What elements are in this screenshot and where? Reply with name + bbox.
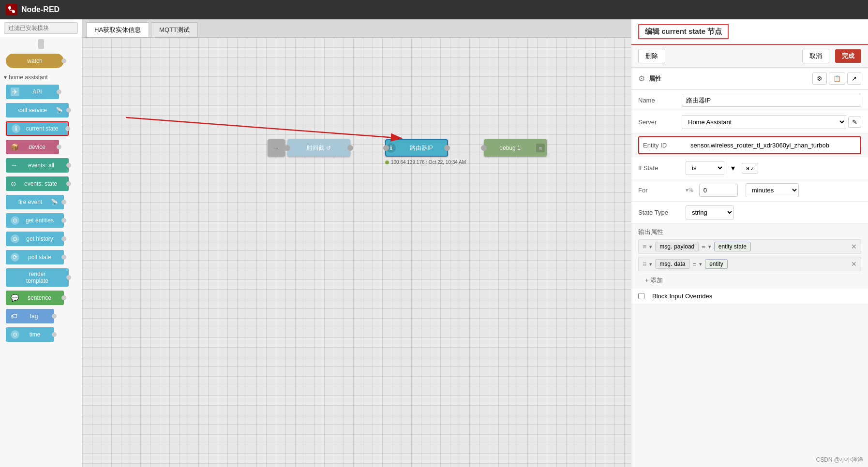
tab-mqtt[interactable]: MQTT测试 (151, 22, 198, 37)
for-unit-select[interactable]: minutes (746, 183, 799, 197)
props-icon-btn-2[interactable]: 📋 (829, 73, 845, 85)
call-service-icon: 📡 (56, 107, 63, 114)
props-icon-btn-1[interactable]: ⚙ (812, 73, 827, 85)
sidebar-filter-container (0, 19, 82, 37)
topbar-logo: Node-RED (6, 4, 60, 15)
right-panel: 编辑 current state 节点 删除 取消 完成 ⚙ 属性 ⚙ 📋 ↗ … (631, 19, 868, 467)
drag-handle-1[interactable]: ≡ (643, 243, 646, 250)
entity-id-label: Entity ID (643, 142, 687, 149)
sidebar-item-fire-event[interactable]: fire event 📡 (6, 195, 64, 209)
block-input-row: Block Input Overrides (631, 289, 868, 304)
if-state-az: a z (742, 163, 758, 174)
inject-arrow: → (271, 143, 281, 153)
get-history-port-right (61, 236, 66, 241)
time-icon: ⊙ (11, 330, 19, 339)
sidebar-item-api[interactable]: ✈ API (6, 85, 59, 99)
name-input[interactable] (682, 94, 861, 107)
status-dot (385, 161, 389, 164)
sidebar-item-get-history[interactable]: ⊙ get history (6, 232, 64, 246)
device-icon: 📦 (11, 143, 19, 151)
flow-node-router[interactable]: ℹ 路由器IP (385, 139, 448, 157)
for-input[interactable] (699, 184, 738, 197)
debug-label: debug 1 (484, 145, 536, 151)
sidebar-item-call-service[interactable]: call service 📡 (6, 103, 69, 117)
dropdown-arrow-value-1[interactable]: ▾ (708, 244, 711, 250)
sidebar-item-events-all[interactable]: → events: all (6, 158, 69, 173)
entity-chip[interactable]: entity (705, 259, 728, 269)
entity-state-value: entity state (718, 243, 747, 250)
sidebar-item-poll-state[interactable]: ⟳ poll state (6, 250, 64, 264)
props-icon-btn-3[interactable]: ↗ (847, 73, 861, 85)
api-label: API (19, 88, 55, 95)
status-text: 100.64.139.176 : Oct 22, 10:34 AM (391, 160, 466, 165)
canvas[interactable]: → 时间截 ↺ ℹ 路由器IP debug 1 ≡ (82, 38, 631, 467)
remove-row-2[interactable]: ✕ (851, 260, 857, 268)
sidebar-item-get-entities[interactable]: ⊙ get entities (6, 213, 64, 228)
payload-value: payload (674, 243, 694, 250)
poll-state-icon: ⟳ (11, 253, 19, 262)
section-chevron: ▾ (4, 74, 7, 81)
timestamp-label: 时间截 ↺ (287, 144, 350, 152)
dropdown-arrow-value-2[interactable]: ▾ (699, 261, 702, 267)
props-section-header: ⚙ 属性 ⚙ 📋 ↗ (631, 68, 868, 90)
add-button[interactable]: + 添加 (638, 274, 670, 287)
output-row-2: ≡ ▾ msg. data = ▾ entity ✕ (638, 257, 861, 271)
server-select[interactable]: Home Assistant (682, 115, 846, 129)
block-input-label: Block Input Overrides (652, 292, 712, 300)
call-service-port-right (66, 108, 71, 113)
cancel-button[interactable]: 取消 (802, 49, 829, 63)
sidebar-item-tag[interactable]: 🏷 tag (6, 309, 54, 323)
data-prefix: msg. (659, 261, 672, 267)
dropdown-arrow-1[interactable]: ▾ (649, 244, 652, 250)
if-state-row: If State is ▾ a z (631, 157, 868, 179)
sidebar-item-time[interactable]: ⊙ time (6, 327, 54, 342)
get-entities-port-right (61, 218, 66, 223)
sidebar-item-sentence[interactable]: 💬 sentence (6, 291, 64, 305)
sidebar-item-current-state[interactable]: ℹ current state (6, 121, 69, 136)
scroll-handle[interactable] (38, 39, 44, 49)
svg-point-1 (8, 6, 11, 9)
current-state-label: current state (20, 125, 64, 132)
for-label: For (638, 187, 682, 194)
dropdown-arrow-2[interactable]: ▾ (649, 261, 652, 267)
if-state-is-select[interactable]: is (686, 161, 724, 175)
for-percent-icon: ▾% (686, 187, 693, 193)
entity-id-row: Entity ID (638, 136, 861, 154)
poll-state-label: poll state (19, 254, 60, 261)
data-chip[interactable]: msg. data (655, 259, 689, 269)
server-row: Server Home Assistant ✎ (631, 111, 868, 133)
output-section: 输出属性 ≡ ▾ msg. payload = ▾ entity state ✕… (631, 224, 868, 289)
block-input-checkbox[interactable] (638, 293, 644, 299)
sidebar-item-device[interactable]: 📦 device (6, 140, 59, 154)
state-type-row: State Type string (631, 202, 868, 224)
get-history-label: get history (19, 235, 60, 242)
state-type-select[interactable]: string (686, 205, 734, 219)
node-status: 100.64.139.176 : Oct 22, 10:34 AM (385, 160, 466, 165)
node-red-icon (6, 4, 17, 15)
tag-port-right (52, 314, 57, 319)
payload-chip[interactable]: msg. payload (655, 242, 699, 251)
filter-input[interactable] (4, 22, 78, 34)
server-edit-button[interactable]: ✎ (848, 117, 861, 128)
flow-node-debug[interactable]: debug 1 ≡ (484, 139, 547, 157)
red-arrow (82, 38, 631, 467)
tab-ha-entity[interactable]: HA获取实体信息 (86, 22, 149, 37)
sidebar-item-events-state[interactable]: ⊙ events: state (6, 176, 69, 191)
timestamp-port-left (284, 145, 290, 151)
entity-id-input[interactable] (687, 139, 856, 151)
done-button[interactable]: 完成 (835, 49, 861, 63)
events-all-label: events: all (17, 162, 65, 169)
router-port-left (383, 145, 389, 151)
debug-port-left (481, 145, 487, 151)
delete-button[interactable]: 删除 (638, 49, 665, 63)
drag-handle-2[interactable]: ≡ (643, 260, 646, 268)
sidebar-item-watch[interactable]: watch (6, 54, 64, 68)
section-home-assistant[interactable]: ▾ home assistant (0, 71, 82, 83)
sidebar-item-render-template[interactable]: rendertemplate (6, 268, 69, 287)
topbar: Node-RED (0, 0, 868, 19)
entity-state-chip[interactable]: entity state (714, 242, 751, 251)
flow-node-timestamp[interactable]: 时间截 ↺ (287, 139, 350, 157)
if-state-dropdown-arrow: ▾ (731, 163, 735, 173)
remove-row-1[interactable]: ✕ (851, 243, 857, 250)
server-label: Server (638, 118, 682, 126)
